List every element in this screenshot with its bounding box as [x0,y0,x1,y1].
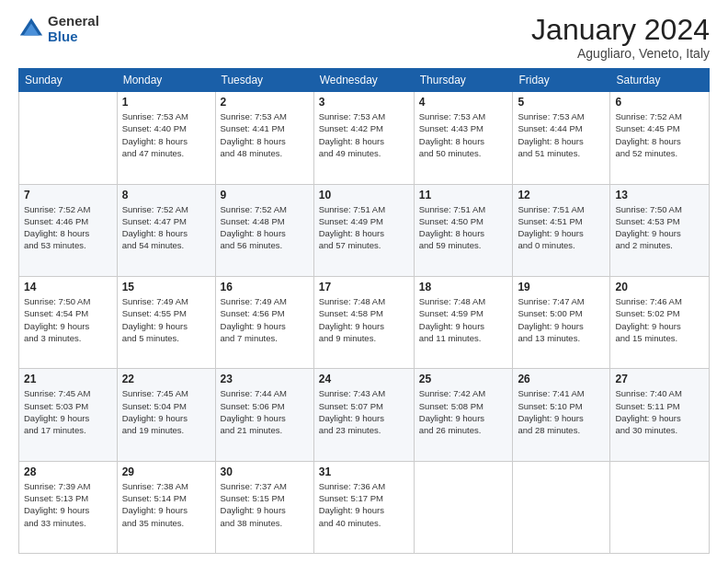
day-number: 20 [615,281,704,293]
weekday-header-thursday: Thursday [414,69,513,92]
day-number: 1 [122,96,210,109]
calendar-cell: 15Sunrise: 7:49 AMSunset: 4:55 PMDayligh… [117,276,215,368]
weekday-header-wednesday: Wednesday [313,69,414,92]
day-info: Sunrise: 7:42 AMSunset: 5:08 PMDaylight:… [419,387,508,436]
day-info: Sunrise: 7:49 AMSunset: 4:55 PMDaylight:… [122,295,210,344]
logo: General Blue [18,14,99,44]
location-subtitle: Agugliaro, Veneto, Italy [531,46,710,61]
calendar-cell: 14Sunrise: 7:50 AMSunset: 4:54 PMDayligh… [19,276,118,368]
calendar-cell: 30Sunrise: 7:37 AMSunset: 5:15 PMDayligh… [215,461,313,553]
weekday-header-sunday: Sunday [19,69,118,92]
day-number: 10 [319,189,409,201]
day-info: Sunrise: 7:51 AMSunset: 4:50 PMDaylight:… [419,203,508,252]
day-number: 23 [221,373,309,385]
calendar-cell: 26Sunrise: 7:41 AMSunset: 5:10 PMDayligh… [513,369,610,461]
day-info: Sunrise: 7:48 AMSunset: 4:58 PMDaylight:… [319,295,409,344]
calendar-cell: 8Sunrise: 7:52 AMSunset: 4:47 PMDaylight… [117,184,215,276]
day-number: 8 [122,189,210,201]
day-number: 4 [419,96,508,109]
calendar-week-3: 14Sunrise: 7:50 AMSunset: 4:54 PMDayligh… [19,276,710,368]
calendar-cell: 27Sunrise: 7:40 AMSunset: 5:11 PMDayligh… [610,369,710,461]
day-number: 17 [319,281,409,293]
day-number: 26 [518,373,605,385]
day-number: 5 [518,96,605,109]
day-info: Sunrise: 7:44 AMSunset: 5:06 PMDaylight:… [221,387,309,436]
calendar-cell: 16Sunrise: 7:49 AMSunset: 4:56 PMDayligh… [215,276,313,368]
day-number: 27 [615,373,704,385]
day-info: Sunrise: 7:52 AMSunset: 4:45 PMDaylight:… [615,110,704,159]
day-number: 18 [419,281,508,293]
calendar-cell: 28Sunrise: 7:39 AMSunset: 5:13 PMDayligh… [19,461,118,553]
calendar-cell: 1Sunrise: 7:53 AMSunset: 4:40 PMDaylight… [117,92,215,184]
calendar-cell: 5Sunrise: 7:53 AMSunset: 4:44 PMDaylight… [513,92,610,184]
day-info: Sunrise: 7:46 AMSunset: 5:02 PMDaylight:… [615,295,704,344]
day-info: Sunrise: 7:43 AMSunset: 5:07 PMDaylight:… [319,387,409,436]
calendar-cell: 20Sunrise: 7:46 AMSunset: 5:02 PMDayligh… [610,276,710,368]
day-number: 3 [319,96,409,109]
day-number: 22 [122,373,210,385]
calendar-table: SundayMondayTuesdayWednesdayThursdayFrid… [18,68,710,554]
day-number: 19 [518,281,605,293]
day-number: 28 [24,465,112,478]
calendar-cell [19,92,118,184]
day-number: 31 [319,465,409,478]
day-info: Sunrise: 7:49 AMSunset: 4:56 PMDaylight:… [221,295,309,344]
calendar-week-5: 28Sunrise: 7:39 AMSunset: 5:13 PMDayligh… [19,461,710,553]
logo-blue-text: Blue [48,29,99,45]
weekday-header-friday: Friday [513,69,610,92]
calendar-cell: 31Sunrise: 7:36 AMSunset: 5:17 PMDayligh… [313,461,414,553]
weekday-header-row: SundayMondayTuesdayWednesdayThursdayFrid… [19,69,710,92]
day-info: Sunrise: 7:37 AMSunset: 5:15 PMDaylight:… [221,480,309,529]
calendar-cell: 29Sunrise: 7:38 AMSunset: 5:14 PMDayligh… [117,461,215,553]
calendar-cell: 9Sunrise: 7:52 AMSunset: 4:48 PMDaylight… [215,184,313,276]
weekday-header-saturday: Saturday [610,69,710,92]
day-number: 16 [221,281,309,293]
calendar-week-2: 7Sunrise: 7:52 AMSunset: 4:46 PMDaylight… [19,184,710,276]
day-info: Sunrise: 7:50 AMSunset: 4:54 PMDaylight:… [24,295,112,344]
calendar-cell: 25Sunrise: 7:42 AMSunset: 5:08 PMDayligh… [414,369,513,461]
calendar-cell [414,461,513,553]
calendar-week-1: 1Sunrise: 7:53 AMSunset: 4:40 PMDaylight… [19,92,710,184]
day-number: 25 [419,373,508,385]
day-info: Sunrise: 7:41 AMSunset: 5:10 PMDaylight:… [518,387,605,436]
day-info: Sunrise: 7:51 AMSunset: 4:49 PMDaylight:… [319,203,409,252]
day-number: 2 [221,96,309,109]
day-number: 7 [24,189,112,201]
calendar-cell: 18Sunrise: 7:48 AMSunset: 4:59 PMDayligh… [414,276,513,368]
day-info: Sunrise: 7:50 AMSunset: 4:53 PMDaylight:… [615,203,704,252]
calendar-cell: 11Sunrise: 7:51 AMSunset: 4:50 PMDayligh… [414,184,513,276]
calendar-cell: 21Sunrise: 7:45 AMSunset: 5:03 PMDayligh… [19,369,118,461]
day-info: Sunrise: 7:36 AMSunset: 5:17 PMDaylight:… [319,480,409,529]
day-info: Sunrise: 7:53 AMSunset: 4:44 PMDaylight:… [518,110,605,159]
day-info: Sunrise: 7:40 AMSunset: 5:11 PMDaylight:… [615,387,704,436]
day-number: 15 [122,281,210,293]
page-header: General Blue January 2024 Agugliaro, Ven… [18,14,710,61]
day-number: 21 [24,373,112,385]
day-info: Sunrise: 7:45 AMSunset: 5:03 PMDaylight:… [24,387,112,436]
calendar-cell: 19Sunrise: 7:47 AMSunset: 5:00 PMDayligh… [513,276,610,368]
day-info: Sunrise: 7:53 AMSunset: 4:41 PMDaylight:… [221,110,309,159]
calendar-cell: 13Sunrise: 7:50 AMSunset: 4:53 PMDayligh… [610,184,710,276]
day-number: 11 [419,189,508,201]
day-number: 12 [518,189,605,201]
calendar-cell: 4Sunrise: 7:53 AMSunset: 4:43 PMDaylight… [414,92,513,184]
title-block: January 2024 Agugliaro, Veneto, Italy [531,14,710,61]
calendar-cell: 24Sunrise: 7:43 AMSunset: 5:07 PMDayligh… [313,369,414,461]
weekday-header-tuesday: Tuesday [215,69,313,92]
calendar-cell [513,461,610,553]
month-title: January 2024 [531,14,710,46]
calendar-cell: 2Sunrise: 7:53 AMSunset: 4:41 PMDaylight… [215,92,313,184]
day-number: 24 [319,373,409,385]
calendar-cell: 17Sunrise: 7:48 AMSunset: 4:58 PMDayligh… [313,276,414,368]
calendar-cell: 6Sunrise: 7:52 AMSunset: 4:45 PMDaylight… [610,92,710,184]
calendar-cell: 12Sunrise: 7:51 AMSunset: 4:51 PMDayligh… [513,184,610,276]
day-info: Sunrise: 7:51 AMSunset: 4:51 PMDaylight:… [518,203,605,252]
day-info: Sunrise: 7:52 AMSunset: 4:48 PMDaylight:… [221,203,309,252]
day-number: 14 [24,281,112,293]
logo-general-text: General [48,14,99,29]
calendar-cell: 22Sunrise: 7:45 AMSunset: 5:04 PMDayligh… [117,369,215,461]
day-info: Sunrise: 7:53 AMSunset: 4:43 PMDaylight:… [419,110,508,159]
calendar-cell: 10Sunrise: 7:51 AMSunset: 4:49 PMDayligh… [313,184,414,276]
day-number: 30 [221,465,309,478]
day-info: Sunrise: 7:48 AMSunset: 4:59 PMDaylight:… [419,295,508,344]
